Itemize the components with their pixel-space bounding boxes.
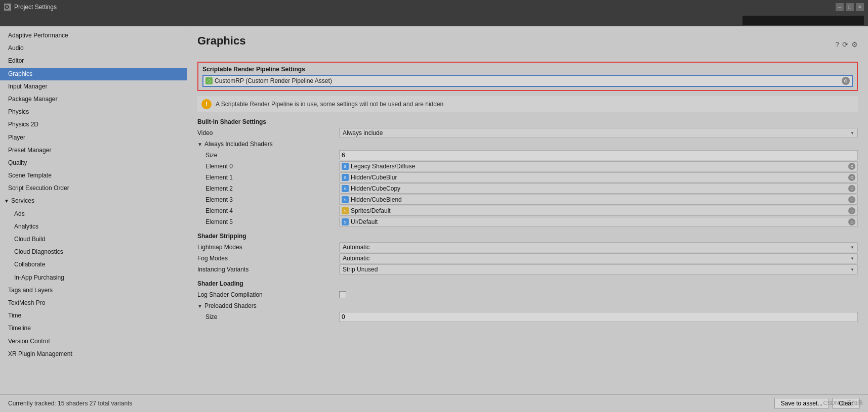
sidebar-item-version-control[interactable]: Version Control bbox=[0, 335, 187, 348]
element-label-0: Element 0 bbox=[197, 163, 339, 170]
bottom-buttons[interactable]: Save to asset... Clear bbox=[774, 398, 860, 409]
shader-stripping-heading: Shader Stripping bbox=[197, 233, 858, 240]
instancing-row: Instancing Variants Strip Unused ▼ bbox=[197, 264, 858, 275]
sidebar-item-time[interactable]: Time bbox=[0, 309, 187, 322]
content-header: Graphics ? ⟳ ⚙ bbox=[197, 34, 858, 55]
element-label-5: Element 5 bbox=[197, 218, 339, 225]
sidebar-item-audio[interactable]: Audio bbox=[0, 42, 187, 55]
element-value-3[interactable]: SHidden/CubeBlend⊙ bbox=[339, 195, 858, 205]
shader-name-4: Sprites/Default bbox=[351, 207, 848, 214]
search-bar bbox=[0, 14, 868, 26]
sidebar-item-analytics[interactable]: Analytics bbox=[0, 220, 187, 233]
instancing-dropdown[interactable]: Strip Unused ▼ bbox=[339, 264, 858, 274]
shader-icon-5: S bbox=[342, 218, 349, 225]
sidebar: Adaptive PerformanceAudioEditorGraphicsI… bbox=[0, 26, 187, 394]
foldout-arrow-icon: ▼ bbox=[197, 142, 202, 147]
instancing-label: Instancing Variants bbox=[197, 266, 339, 273]
size-row: Size bbox=[197, 150, 858, 161]
shader-circle-btn-2[interactable]: ⊙ bbox=[848, 185, 855, 192]
shader-icon-1: S bbox=[342, 174, 349, 181]
sidebar-item-physics-2d[interactable]: Physics 2D bbox=[0, 118, 187, 131]
size-input[interactable] bbox=[339, 150, 858, 160]
sidebar-item-textmesh-pro[interactable]: TextMesh Pro bbox=[0, 297, 187, 309]
warning-icon: ! bbox=[201, 99, 212, 109]
sidebar-item-input-manager[interactable]: Input Manager bbox=[0, 80, 187, 93]
sidebar-item-timeline[interactable]: Timeline bbox=[0, 322, 187, 335]
refresh-icon-button[interactable]: ⟳ bbox=[842, 40, 848, 49]
shader-row-3[interactable]: SHidden/CubeBlend⊙ bbox=[339, 195, 858, 205]
sidebar-item-package-manager[interactable]: Package Manager bbox=[0, 93, 187, 106]
header-icons[interactable]: ? ⟳ ⚙ bbox=[835, 40, 858, 49]
instancing-dropdown-control[interactable]: Strip Unused ▼ bbox=[339, 264, 858, 274]
srp-circle-button[interactable]: ⊙ bbox=[842, 77, 850, 85]
element-value-1[interactable]: SHidden/CubeBlur⊙ bbox=[339, 172, 858, 182]
clear-button[interactable]: Clear bbox=[832, 398, 860, 409]
video-dropdown-control[interactable]: Always include ▼ bbox=[339, 128, 858, 138]
sidebar-item-preset-manager[interactable]: Preset Manager bbox=[0, 144, 187, 157]
minimize-button[interactable]: ─ bbox=[836, 3, 844, 11]
shader-circle-btn-0[interactable]: ⊙ bbox=[848, 163, 855, 170]
shader-circle-btn-3[interactable]: ⊙ bbox=[848, 196, 855, 203]
shader-row-2[interactable]: SHidden/CubeCopy⊙ bbox=[339, 184, 858, 194]
shader-row-1[interactable]: SHidden/CubeBlur⊙ bbox=[339, 172, 858, 182]
shader-name-5: UI/Default bbox=[351, 218, 848, 225]
sidebar-item-label: Services bbox=[11, 196, 34, 206]
log-compilation-checkbox-container[interactable] bbox=[339, 291, 858, 298]
shader-circle-btn-5[interactable]: ⊙ bbox=[848, 218, 855, 225]
srp-input-row[interactable]: ⬡ CustomRP (Custom Render Pipeline Asset… bbox=[202, 75, 853, 87]
video-dropdown[interactable]: Always include ▼ bbox=[339, 128, 858, 138]
preloaded-shaders-foldout[interactable]: ▼ Preloaded Shaders bbox=[197, 300, 858, 311]
builtin-shader-heading: Built-in Shader Settings bbox=[197, 118, 858, 125]
shader-row-4[interactable]: SSprites/Default⊙ bbox=[339, 206, 858, 216]
preloaded-size-field[interactable] bbox=[339, 312, 858, 322]
sidebar-item-player[interactable]: Player bbox=[0, 131, 187, 144]
window-controls[interactable]: ─ □ ✕ bbox=[836, 3, 864, 11]
shader-name-2: Hidden/CubeCopy bbox=[351, 185, 848, 192]
sidebar-item-xr-plugin-management[interactable]: XR Plugin Management bbox=[0, 348, 187, 360]
preloaded-size-input[interactable] bbox=[339, 312, 858, 322]
sidebar-item-cloud-build[interactable]: Cloud Build bbox=[0, 233, 187, 246]
always-included-label: Always Included Shaders bbox=[204, 141, 273, 148]
sidebar-item-tags-and-layers[interactable]: Tags and Layers bbox=[0, 284, 187, 297]
lightmap-dropdown-control[interactable]: Automatic ▼ bbox=[339, 242, 858, 252]
sidebar-item-graphics[interactable]: Graphics bbox=[0, 68, 187, 80]
element-value-5[interactable]: SUI/Default⊙ bbox=[339, 217, 858, 227]
sidebar-item-ads[interactable]: Ads bbox=[0, 208, 187, 220]
sidebar-item-editor[interactable]: Editor bbox=[0, 55, 187, 67]
shader-icon-2: S bbox=[342, 185, 349, 192]
element-value-2[interactable]: SHidden/CubeCopy⊙ bbox=[339, 184, 858, 194]
sidebar-section-services[interactable]: ▼Services bbox=[0, 195, 187, 207]
sidebar-item-script-execution-order[interactable]: Script Execution Order bbox=[0, 182, 187, 195]
fog-dropdown[interactable]: Automatic ▼ bbox=[339, 253, 858, 263]
fog-dropdown-control[interactable]: Automatic ▼ bbox=[339, 253, 858, 263]
search-input[interactable] bbox=[742, 16, 864, 25]
sidebar-item-in-app-purchasing[interactable]: In-App Purchasing bbox=[0, 271, 187, 284]
size-field[interactable] bbox=[339, 150, 858, 160]
lightmap-row: Lightmap Modes Automatic ▼ bbox=[197, 242, 858, 253]
shader-name-3: Hidden/CubeBlend bbox=[351, 196, 848, 203]
sidebar-item-quality[interactable]: Quality bbox=[0, 157, 187, 169]
element-row-5: Element 5SUI/Default⊙ bbox=[197, 216, 858, 227]
settings-icon-button[interactable]: ⚙ bbox=[851, 40, 858, 49]
element-value-4[interactable]: SSprites/Default⊙ bbox=[339, 206, 858, 216]
lightmap-dropdown[interactable]: Automatic ▼ bbox=[339, 242, 858, 252]
element-label-1: Element 1 bbox=[197, 174, 339, 181]
element-label-2: Element 2 bbox=[197, 185, 339, 192]
save-to-asset-button[interactable]: Save to asset... bbox=[774, 398, 830, 409]
shader-row-5[interactable]: SUI/Default⊙ bbox=[339, 217, 858, 227]
sidebar-item-physics[interactable]: Physics bbox=[0, 106, 187, 118]
shader-circle-btn-4[interactable]: ⊙ bbox=[848, 207, 855, 214]
shader-circle-btn-1[interactable]: ⊙ bbox=[848, 174, 855, 181]
log-compilation-checkbox[interactable] bbox=[339, 291, 346, 298]
close-button[interactable]: ✕ bbox=[856, 3, 864, 11]
help-icon-button[interactable]: ? bbox=[835, 40, 839, 49]
always-included-foldout[interactable]: ▼ Always Included Shaders bbox=[197, 139, 858, 150]
sidebar-item-cloud-diagnostics[interactable]: Cloud Diagnostics bbox=[0, 246, 187, 258]
page-title: Graphics bbox=[197, 34, 245, 48]
sidebar-item-adaptive-performance[interactable]: Adaptive Performance bbox=[0, 29, 187, 42]
sidebar-item-scene-template[interactable]: Scene Template bbox=[0, 169, 187, 182]
shader-row-0[interactable]: SLegacy Shaders/Diffuse⊙ bbox=[339, 161, 858, 171]
element-value-0[interactable]: SLegacy Shaders/Diffuse⊙ bbox=[339, 161, 858, 171]
sidebar-item-collaborate[interactable]: Collaborate bbox=[0, 258, 187, 271]
maximize-button[interactable]: □ bbox=[846, 3, 854, 11]
